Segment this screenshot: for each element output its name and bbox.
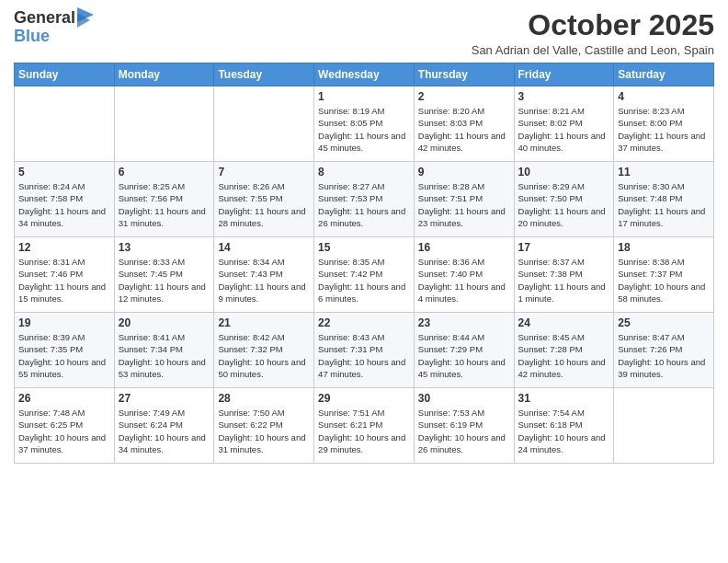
daylight: Daylight: 11 hours and 15 minutes. — [18, 282, 106, 304]
sunset: Sunset: 6:18 PM — [518, 419, 583, 430]
sunset: Sunset: 7:51 PM — [418, 193, 483, 203]
sunset: Sunset: 6:24 PM — [119, 419, 183, 430]
calendar-cell: 22 Sunrise: 8:43 AM Sunset: 7:31 PM Dayl… — [314, 313, 415, 388]
day-number: 13 — [119, 241, 210, 254]
sunrise: Sunrise: 8:24 AM — [18, 181, 85, 191]
day-number: 17 — [518, 241, 610, 254]
col-monday: Monday — [114, 63, 214, 86]
calendar-cell: 17 Sunrise: 8:37 AM Sunset: 7:38 PM Dayl… — [514, 237, 614, 313]
sunrise: Sunrise: 8:33 AM — [119, 257, 185, 267]
day-info: Sunrise: 8:36 AM Sunset: 7:40 PM Dayligh… — [418, 256, 510, 304]
daylight: Daylight: 11 hours and 12 minutes. — [119, 282, 206, 304]
week-row-3: 19 Sunrise: 8:39 AM Sunset: 7:35 PM Dayl… — [15, 313, 714, 388]
day-number: 12 — [18, 241, 110, 254]
sunset: Sunset: 8:03 PM — [418, 118, 483, 128]
calendar-cell: 21 Sunrise: 8:42 AM Sunset: 7:32 PM Dayl… — [214, 313, 314, 388]
title-block: October 2025 San Adrian del Valle, Casti… — [472, 9, 714, 57]
day-number: 22 — [318, 316, 410, 329]
sunrise: Sunrise: 8:43 AM — [318, 332, 384, 342]
daylight: Daylight: 11 hours and 1 minute. — [518, 282, 606, 304]
daylight: Daylight: 10 hours and 37 minutes. — [18, 432, 106, 454]
daylight: Daylight: 10 hours and 53 minutes. — [119, 357, 206, 379]
week-row-1: 5 Sunrise: 8:24 AM Sunset: 7:58 PM Dayli… — [15, 162, 714, 237]
daylight: Daylight: 11 hours and 9 minutes. — [218, 282, 305, 304]
daylight: Daylight: 10 hours and 58 minutes. — [618, 282, 705, 304]
day-info: Sunrise: 7:48 AM Sunset: 6:25 PM Dayligh… — [18, 407, 110, 455]
week-row-0: 1 Sunrise: 8:19 AM Sunset: 8:05 PM Dayli… — [15, 86, 714, 162]
sunrise: Sunrise: 8:39 AM — [18, 332, 85, 342]
sunrise: Sunrise: 8:20 AM — [418, 106, 484, 116]
sunset: Sunset: 7:53 PM — [318, 193, 382, 203]
sunset: Sunset: 7:43 PM — [218, 269, 282, 279]
sunset: Sunset: 7:58 PM — [18, 193, 83, 203]
sunset: Sunset: 7:32 PM — [218, 344, 282, 354]
day-number: 14 — [218, 241, 310, 254]
day-number: 2 — [418, 90, 510, 103]
calendar-cell: 4 Sunrise: 8:23 AM Sunset: 8:00 PM Dayli… — [614, 86, 714, 162]
daylight: Daylight: 10 hours and 47 minutes. — [318, 357, 405, 379]
daylight: Daylight: 10 hours and 31 minutes. — [218, 432, 305, 454]
col-thursday: Thursday — [414, 63, 514, 86]
sunrise: Sunrise: 7:50 AM — [218, 408, 284, 418]
daylight: Daylight: 10 hours and 42 minutes. — [518, 357, 606, 379]
sunrise: Sunrise: 8:29 AM — [518, 181, 585, 191]
calendar-cell: 9 Sunrise: 8:28 AM Sunset: 7:51 PM Dayli… — [414, 162, 514, 237]
daylight: Daylight: 11 hours and 31 minutes. — [119, 206, 206, 228]
col-friday: Friday — [514, 63, 614, 86]
logo-text-blue: Blue — [14, 28, 94, 46]
calendar-cell: 3 Sunrise: 8:21 AM Sunset: 8:02 PM Dayli… — [514, 86, 614, 162]
header: General Blue October 2025 San Adrian del… — [14, 9, 714, 57]
sunset: Sunset: 7:56 PM — [119, 193, 183, 203]
day-info: Sunrise: 8:44 AM Sunset: 7:29 PM Dayligh… — [418, 331, 510, 380]
day-info: Sunrise: 8:25 AM Sunset: 7:56 PM Dayligh… — [119, 180, 210, 229]
day-number: 11 — [618, 166, 710, 178]
day-number: 25 — [618, 316, 710, 329]
page: General Blue October 2025 San Adrian del… — [0, 0, 728, 563]
daylight: Daylight: 11 hours and 42 minutes. — [418, 131, 506, 153]
day-number: 24 — [518, 316, 610, 329]
subtitle: San Adrian del Valle, Castille and Leon,… — [472, 43, 714, 57]
daylight: Daylight: 10 hours and 39 minutes. — [618, 357, 705, 379]
calendar-cell: 15 Sunrise: 8:35 AM Sunset: 7:42 PM Dayl… — [314, 237, 415, 313]
day-info: Sunrise: 8:38 AM Sunset: 7:37 PM Dayligh… — [618, 256, 710, 304]
calendar-cell: 8 Sunrise: 8:27 AM Sunset: 7:53 PM Dayli… — [314, 162, 415, 237]
day-number: 6 — [119, 166, 210, 178]
col-saturday: Saturday — [614, 63, 714, 86]
calendar-cell: 5 Sunrise: 8:24 AM Sunset: 7:58 PM Dayli… — [15, 162, 115, 237]
sunset: Sunset: 7:38 PM — [518, 269, 583, 279]
daylight: Daylight: 11 hours and 40 minutes. — [518, 131, 606, 153]
day-number: 26 — [18, 392, 110, 405]
sunset: Sunset: 7:50 PM — [518, 193, 583, 203]
daylight: Daylight: 11 hours and 28 minutes. — [218, 206, 305, 228]
day-info: Sunrise: 8:35 AM Sunset: 7:42 PM Dayligh… — [318, 256, 410, 304]
sunset: Sunset: 7:31 PM — [318, 344, 382, 354]
daylight: Daylight: 11 hours and 45 minutes. — [318, 131, 405, 153]
sunset: Sunset: 6:22 PM — [218, 419, 282, 430]
calendar-cell: 30 Sunrise: 7:53 AM Sunset: 6:19 PM Dayl… — [414, 388, 514, 464]
day-info: Sunrise: 8:39 AM Sunset: 7:35 PM Dayligh… — [18, 331, 110, 380]
sunset: Sunset: 7:34 PM — [119, 344, 183, 354]
sunrise: Sunrise: 8:45 AM — [518, 332, 585, 342]
day-info: Sunrise: 8:19 AM Sunset: 8:05 PM Dayligh… — [318, 105, 410, 154]
day-number: 20 — [119, 316, 210, 329]
sunset: Sunset: 7:46 PM — [18, 269, 83, 279]
day-number: 9 — [418, 166, 510, 178]
sunrise: Sunrise: 7:51 AM — [318, 408, 384, 418]
calendar-cell: 23 Sunrise: 8:44 AM Sunset: 7:29 PM Dayl… — [414, 313, 514, 388]
logo-icon — [77, 7, 94, 28]
day-number: 27 — [119, 392, 210, 405]
calendar-cell — [614, 388, 714, 464]
calendar-cell: 29 Sunrise: 7:51 AM Sunset: 6:21 PM Dayl… — [314, 388, 415, 464]
sunrise: Sunrise: 8:44 AM — [418, 332, 484, 342]
sunrise: Sunrise: 7:53 AM — [418, 408, 484, 418]
calendar-cell: 19 Sunrise: 8:39 AM Sunset: 7:35 PM Dayl… — [15, 313, 115, 388]
sunset: Sunset: 7:35 PM — [18, 344, 83, 354]
sunrise: Sunrise: 8:41 AM — [119, 332, 185, 342]
day-info: Sunrise: 8:43 AM Sunset: 7:31 PM Dayligh… — [318, 331, 410, 380]
daylight: Daylight: 10 hours and 34 minutes. — [119, 432, 206, 454]
day-info: Sunrise: 8:41 AM Sunset: 7:34 PM Dayligh… — [119, 331, 210, 380]
sunset: Sunset: 7:29 PM — [418, 344, 483, 354]
daylight: Daylight: 11 hours and 37 minutes. — [618, 131, 705, 153]
day-info: Sunrise: 8:42 AM Sunset: 7:32 PM Dayligh… — [218, 331, 310, 380]
calendar-cell: 10 Sunrise: 8:29 AM Sunset: 7:50 PM Dayl… — [514, 162, 614, 237]
